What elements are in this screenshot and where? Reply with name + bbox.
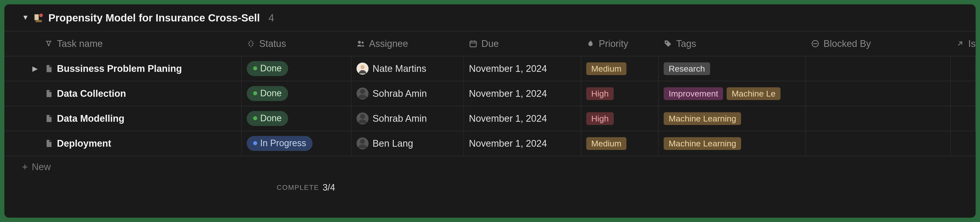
svg-line-9 bbox=[249, 44, 250, 46]
task-name: Deployment bbox=[57, 138, 111, 149]
assignee-cell[interactable]: Sohrab Amin bbox=[352, 106, 464, 131]
svg-rect-13 bbox=[470, 41, 476, 47]
project-emoji-icon bbox=[33, 13, 44, 23]
page-icon bbox=[45, 114, 53, 123]
tag: Improvement bbox=[663, 87, 723, 100]
tags-cell[interactable]: Machine Learning bbox=[659, 106, 806, 131]
blocked-icon bbox=[811, 40, 819, 48]
priority-cell[interactable]: High bbox=[581, 81, 659, 106]
blocked-by-cell[interactable] bbox=[806, 106, 951, 131]
svg-point-17 bbox=[666, 42, 667, 43]
svg-rect-2 bbox=[35, 20, 42, 22]
assignee-cell[interactable]: Ben Lang bbox=[352, 131, 464, 155]
column-header-is[interactable]: Is bbox=[951, 31, 975, 56]
svg-line-10 bbox=[252, 42, 253, 43]
task-name-cell[interactable]: Deployment bbox=[5, 131, 242, 155]
assignee-cell[interactable]: Nate Martins bbox=[352, 56, 464, 81]
due-date: November 1, 2024 bbox=[469, 113, 547, 124]
task-name: Data Collection bbox=[57, 88, 126, 99]
priority-cell[interactable]: High bbox=[581, 106, 659, 131]
svg-point-21 bbox=[361, 65, 364, 69]
blocked-by-cell[interactable] bbox=[806, 131, 951, 155]
due-cell[interactable]: November 1, 2024 bbox=[464, 56, 581, 81]
svg-point-22 bbox=[360, 89, 365, 94]
avatar bbox=[356, 87, 369, 100]
due-cell[interactable]: November 1, 2024 bbox=[464, 106, 581, 131]
status-pill: Done bbox=[247, 86, 288, 101]
tag: Machine Learning bbox=[663, 137, 741, 150]
column-header-due[interactable]: Due bbox=[464, 31, 581, 56]
plus-icon: + bbox=[22, 162, 28, 172]
svg-point-23 bbox=[360, 114, 365, 119]
flame-icon bbox=[586, 40, 595, 48]
page-icon bbox=[45, 64, 53, 73]
column-header-status[interactable]: Status bbox=[242, 31, 352, 56]
is-cell[interactable] bbox=[951, 81, 975, 106]
collapse-triangle-icon[interactable]: ▼ bbox=[22, 13, 29, 21]
column-header-priority[interactable]: Priority bbox=[581, 31, 659, 56]
svg-rect-0 bbox=[35, 14, 39, 20]
column-header-blocked[interactable]: Blocked By bbox=[806, 31, 951, 56]
group-count: 4 bbox=[269, 12, 274, 24]
status-spinner-icon bbox=[247, 40, 255, 48]
task-name: Data Modelling bbox=[57, 113, 124, 124]
status-cell[interactable]: In Progress bbox=[242, 131, 352, 155]
priority-tag: Medium bbox=[586, 137, 627, 150]
priority-cell[interactable]: Medium bbox=[581, 56, 659, 81]
blocked-by-cell[interactable] bbox=[806, 81, 951, 106]
expand-row-icon[interactable]: ▶ bbox=[32, 65, 37, 73]
table-footer: Complete 3/4 bbox=[5, 178, 975, 198]
assignee-cell[interactable]: Sohrab Amin bbox=[352, 81, 464, 106]
avatar bbox=[356, 63, 369, 75]
tag-icon bbox=[663, 40, 672, 48]
task-name-cell[interactable]: ▶Bussiness Problem Planing bbox=[5, 56, 242, 81]
due-cell[interactable]: November 1, 2024 bbox=[464, 81, 581, 106]
tags-cell[interactable]: Research bbox=[659, 56, 806, 81]
status-cell[interactable]: Done bbox=[242, 81, 352, 106]
column-header-assignee[interactable]: Assignee bbox=[352, 31, 464, 56]
svg-line-8 bbox=[252, 44, 253, 46]
tag: Machine Learning bbox=[663, 112, 741, 125]
column-header-tags[interactable]: Tags bbox=[659, 31, 806, 56]
assignee-name: Sohrab Amin bbox=[372, 113, 427, 124]
svg-point-11 bbox=[358, 41, 361, 44]
is-cell[interactable] bbox=[951, 106, 975, 131]
tags-cell[interactable]: Machine Learning bbox=[659, 131, 806, 155]
status-label: Done bbox=[260, 88, 282, 98]
tag: Research bbox=[663, 62, 710, 75]
text-type-icon bbox=[45, 40, 53, 48]
task-name-cell[interactable]: Data Collection bbox=[5, 81, 242, 106]
status-cell[interactable]: Done bbox=[242, 106, 352, 131]
is-cell[interactable] bbox=[951, 131, 975, 155]
due-cell[interactable]: November 1, 2024 bbox=[464, 131, 581, 155]
priority-tag: High bbox=[586, 87, 614, 100]
avatar bbox=[356, 138, 369, 149]
new-row-label: New bbox=[32, 162, 51, 172]
blocked-by-cell[interactable] bbox=[806, 56, 951, 81]
status-pill: In Progress bbox=[247, 136, 313, 151]
assignee-name: Sohrab Amin bbox=[372, 88, 427, 99]
status-cell[interactable]: Done bbox=[242, 56, 352, 81]
page-icon bbox=[45, 89, 53, 98]
status-dot-icon bbox=[253, 91, 257, 95]
column-header-task[interactable]: Task name bbox=[5, 31, 242, 56]
tag: Machine Le bbox=[727, 87, 781, 100]
due-date: November 1, 2024 bbox=[469, 88, 547, 99]
tags-cell[interactable]: ImprovementMachine Le bbox=[659, 81, 806, 106]
priority-cell[interactable]: Medium bbox=[581, 131, 659, 155]
status-pill: Done bbox=[247, 111, 288, 126]
database-panel: ▼ Propensity Model for Insurance Cross-S… bbox=[5, 5, 975, 217]
svg-point-12 bbox=[361, 42, 364, 44]
svg-point-24 bbox=[360, 139, 365, 144]
status-label: Done bbox=[260, 113, 282, 124]
status-dot-icon bbox=[253, 67, 257, 70]
assignee-name: Nate Martins bbox=[372, 63, 426, 74]
priority-tag: Medium bbox=[586, 62, 627, 75]
priority-tag: High bbox=[586, 112, 614, 125]
new-row-button[interactable]: + New bbox=[5, 155, 975, 178]
status-label: In Progress bbox=[260, 138, 306, 148]
due-date: November 1, 2024 bbox=[469, 63, 547, 74]
group-header[interactable]: ▼ Propensity Model for Insurance Cross-S… bbox=[5, 5, 975, 31]
task-name-cell[interactable]: Data Modelling bbox=[5, 106, 242, 131]
is-cell[interactable] bbox=[951, 56, 975, 81]
